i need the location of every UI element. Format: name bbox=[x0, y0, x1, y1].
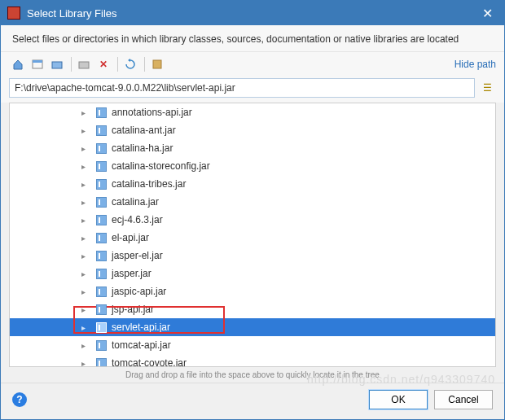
tree-item[interactable]: ▸servlet-api.jar bbox=[10, 318, 495, 336]
newfolder-icon[interactable] bbox=[75, 55, 93, 73]
drag-hint: Drag and drop a file into the space abov… bbox=[1, 369, 504, 383]
tree-item[interactable]: ▸tomcat-coyote.jar bbox=[10, 354, 495, 367]
svg-rect-1 bbox=[33, 60, 42, 63]
tree-item-label: ecj-4.6.3.jar bbox=[112, 214, 163, 225]
jar-file-icon bbox=[96, 269, 107, 279]
tree-item-label: catalina-ant.jar bbox=[112, 125, 176, 136]
svg-rect-2 bbox=[52, 62, 62, 68]
jar-file-icon bbox=[96, 251, 107, 261]
jar-file-icon bbox=[96, 340, 107, 351]
jar-file-icon bbox=[96, 197, 107, 208]
close-icon[interactable]: ✕ bbox=[477, 6, 498, 21]
delete-icon[interactable]: ✕ bbox=[94, 55, 112, 73]
tree-item-label: annotations-api.jar bbox=[112, 107, 192, 118]
chevron-right-icon[interactable]: ▸ bbox=[81, 144, 91, 153]
tree-item-label: catalina-ha.jar bbox=[112, 142, 173, 154]
tree-item[interactable]: ▸el-api.jar bbox=[10, 229, 495, 247]
showhidden-icon[interactable] bbox=[148, 55, 166, 73]
tree-item-label: jasper.jar bbox=[112, 268, 152, 279]
chevron-right-icon[interactable]: ▸ bbox=[81, 341, 91, 350]
dialog: Select Library Files ✕ Select files or d… bbox=[0, 0, 505, 420]
jar-file-icon bbox=[96, 287, 107, 297]
chevron-right-icon[interactable]: ▸ bbox=[81, 252, 91, 260]
chevron-right-icon[interactable]: ▸ bbox=[81, 287, 91, 296]
tree-item-label: jasper-el.jar bbox=[112, 250, 163, 261]
toolbar: ✕ Hide path bbox=[1, 52, 504, 77]
chevron-right-icon[interactable]: ▸ bbox=[81, 269, 91, 278]
tree-item[interactable]: ▸catalina-storeconfig.jar bbox=[10, 157, 495, 175]
jar-file-icon bbox=[96, 304, 107, 315]
chevron-right-icon[interactable]: ▸ bbox=[81, 323, 91, 332]
tree-item-label: jsp-api.jar bbox=[112, 304, 154, 315]
tree-item-label: el-api.jar bbox=[112, 232, 149, 243]
tree-item[interactable]: ▸ecj-4.6.3.jar bbox=[10, 211, 495, 229]
chevron-right-icon[interactable]: ▸ bbox=[81, 198, 91, 207]
svg-rect-3 bbox=[79, 62, 89, 68]
tree-item[interactable]: ▸annotations-api.jar bbox=[10, 103, 495, 121]
jar-file-icon bbox=[96, 125, 107, 136]
app-icon bbox=[7, 7, 20, 20]
tree-item[interactable]: ▸catalina-ha.jar bbox=[10, 139, 495, 157]
ok-button[interactable]: OK bbox=[369, 390, 428, 409]
path-row: ☰ bbox=[1, 77, 504, 103]
chevron-right-icon[interactable]: ▸ bbox=[81, 305, 91, 314]
module-icon[interactable] bbox=[48, 55, 66, 73]
jar-file-icon bbox=[96, 179, 107, 190]
window-title: Select Library Files bbox=[27, 7, 117, 20]
jar-file-icon bbox=[96, 358, 107, 368]
tree-item[interactable]: ▸jsp-api.jar bbox=[10, 300, 495, 318]
tree-item-label: servlet-api.jar bbox=[112, 322, 170, 333]
description-text: Select files or directories in which lib… bbox=[1, 25, 504, 52]
tree-item[interactable]: ▸catalina-ant.jar bbox=[10, 121, 495, 139]
home-icon[interactable] bbox=[9, 55, 27, 73]
jar-file-icon bbox=[96, 107, 107, 118]
chevron-right-icon[interactable]: ▸ bbox=[81, 216, 91, 225]
chevron-right-icon[interactable]: ▸ bbox=[81, 234, 91, 243]
path-input[interactable] bbox=[9, 78, 475, 98]
tree-item[interactable]: ▸catalina-tribes.jar bbox=[10, 175, 495, 193]
tree-item-label: jaspic-api.jar bbox=[112, 286, 166, 297]
history-icon[interactable]: ☰ bbox=[478, 79, 496, 97]
chevron-right-icon[interactable]: ▸ bbox=[81, 162, 91, 171]
chevron-right-icon[interactable]: ▸ bbox=[81, 180, 91, 189]
chevron-right-icon[interactable]: ▸ bbox=[81, 126, 91, 135]
hide-path-link[interactable]: Hide path bbox=[455, 59, 496, 70]
refresh-icon[interactable] bbox=[121, 55, 139, 73]
tree-item-label: tomcat-coyote.jar bbox=[112, 357, 187, 367]
jar-file-icon bbox=[96, 322, 107, 333]
file-tree[interactable]: ▸annotations-api.jar▸catalina-ant.jar▸ca… bbox=[9, 103, 496, 367]
tree-item[interactable]: ▸tomcat-api.jar bbox=[10, 336, 495, 354]
svg-rect-4 bbox=[153, 60, 161, 68]
project-icon[interactable] bbox=[29, 55, 46, 73]
tree-item-label: catalina-tribes.jar bbox=[112, 178, 186, 190]
jar-file-icon bbox=[96, 143, 107, 154]
tree-item-label: catalina-storeconfig.jar bbox=[112, 160, 210, 172]
tree-item[interactable]: ▸catalina.jar bbox=[10, 193, 495, 211]
tree-item-label: tomcat-api.jar bbox=[112, 339, 171, 351]
jar-file-icon bbox=[96, 161, 107, 172]
chevron-right-icon[interactable]: ▸ bbox=[81, 108, 91, 117]
footer: ? OK Cancel bbox=[1, 383, 504, 419]
tree-item-label: catalina.jar bbox=[112, 196, 159, 208]
titlebar: Select Library Files ✕ bbox=[1, 1, 504, 25]
tree-item[interactable]: ▸jasper-el.jar bbox=[10, 247, 495, 265]
jar-file-icon bbox=[96, 215, 107, 225]
cancel-button[interactable]: Cancel bbox=[434, 390, 493, 409]
tree-item[interactable]: ▸jaspic-api.jar bbox=[10, 282, 495, 300]
chevron-right-icon[interactable]: ▸ bbox=[81, 359, 91, 368]
help-icon[interactable]: ? bbox=[12, 392, 27, 407]
jar-file-icon bbox=[96, 233, 107, 243]
tree-item[interactable]: ▸jasper.jar bbox=[10, 265, 495, 282]
